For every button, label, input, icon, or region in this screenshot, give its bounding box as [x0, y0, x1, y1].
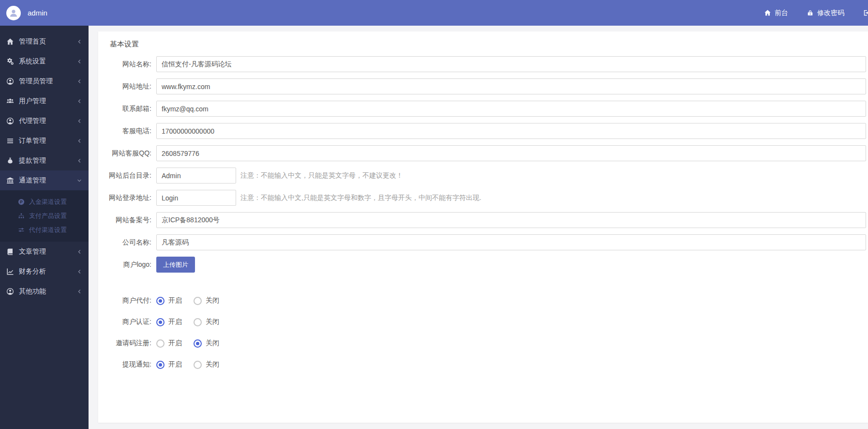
login-url-label: 网站登录地址: [98, 194, 151, 202]
sidebar-item-label: 管理员管理 [19, 77, 77, 86]
sidebar-item-agent-management[interactable]: 代理管理 [0, 111, 89, 131]
sidebar-subitem-label: 入金渠道设置 [29, 198, 67, 206]
sidebar-item-withdrawal-management[interactable]: 提款管理 [0, 151, 89, 170]
lock-icon [807, 9, 814, 16]
form-row: 商户认证: 开启 关闭 [98, 317, 868, 327]
merchant-auth-on-radio[interactable] [156, 318, 165, 326]
chevron-left-icon [77, 39, 82, 44]
page-title: 基本设置 [98, 31, 868, 49]
sidebar-item-channel-management[interactable]: 通道管理 [0, 170, 89, 190]
contact-email-label: 联系邮箱: [98, 105, 151, 113]
merchant-auth-label: 商户认证: [98, 318, 151, 326]
merchant-payout-label: 商户代付: [98, 296, 151, 305]
sidebar-item-order-management[interactable]: 订单管理 [0, 131, 89, 151]
chevron-left-icon [77, 158, 82, 163]
radio-option-label: 关闭 [206, 339, 219, 348]
site-url-label: 网站地址: [98, 82, 151, 91]
sidebar-item-user-management[interactable]: 用户管理 [0, 91, 89, 111]
frontend-link-label: 前台 [775, 9, 788, 17]
upload-image-button[interactable]: 上传图片 [156, 257, 195, 273]
service-phone-input[interactable] [156, 123, 866, 139]
change-password-link[interactable]: 修改密码 [807, 9, 844, 17]
sidebar-item-label: 通道管理 [19, 176, 77, 185]
sidebar-subitem-payout-channel[interactable]: 代付渠道设置 [0, 223, 89, 237]
admin-dir-note: 注意：不能输入中文，只能是英文字母，不建议更改！ [240, 171, 403, 180]
withdraw-notify-off-radio[interactable] [194, 361, 202, 369]
chevron-left-icon [77, 289, 82, 294]
topbar: admin 前台 修改密码 [0, 0, 868, 26]
radio-option-label: 关闭 [206, 296, 219, 305]
radio-settings: 商户代付: 开启 关闭 商户认证: 开启 关闭 [98, 296, 868, 369]
users-icon [6, 97, 14, 105]
company-name-input[interactable] [156, 234, 866, 250]
chevron-left-icon [77, 119, 82, 123]
admin-dir-input[interactable] [156, 168, 236, 184]
logout-link[interactable] [863, 9, 868, 16]
user-circle-icon [6, 77, 14, 85]
form-row: 商户代付: 开启 关闭 [98, 296, 868, 306]
invite-code-off-radio[interactable] [194, 339, 202, 348]
login-url-input[interactable] [156, 190, 236, 206]
chevron-left-icon [77, 138, 82, 143]
icp-number-input[interactable] [156, 212, 866, 228]
form-row: 网站名称: [98, 56, 868, 72]
login-url-note: 注意：不能输入中文,只能是英文字母和数字，且字母开头，中间不能有字符出现. [240, 194, 481, 202]
merchant-payout-off-radio[interactable] [194, 297, 202, 305]
chevron-left-icon [77, 79, 82, 84]
sidebar-item-label: 订单管理 [19, 137, 77, 145]
site-url-input[interactable] [156, 78, 866, 94]
service-phone-label: 客服电话: [98, 127, 151, 136]
company-name-label: 公司名称: [98, 238, 151, 247]
sidebar-item-article-management[interactable]: 文章管理 [0, 242, 89, 261]
service-qq-input[interactable] [156, 145, 866, 161]
form-row: 商户logo: 上传图片 [98, 257, 868, 273]
form-row: 网站地址: [98, 78, 868, 94]
icp-number-label: 网站备案号: [98, 216, 151, 225]
home-icon [764, 9, 771, 16]
sidebar-subitem-label: 支付产品设置 [29, 212, 67, 220]
user-circle-icon [6, 117, 14, 125]
sliders-icon [17, 226, 25, 233]
sidebar-subitem-label: 代付渠道设置 [29, 226, 67, 234]
sidebar-item-admin-home[interactable]: 管理首页 [0, 31, 89, 51]
change-password-link-label: 修改密码 [817, 9, 844, 17]
p-circle-icon: P [17, 198, 25, 205]
chevron-left-icon [77, 59, 82, 64]
sidebar-item-admin-management[interactable]: 管理员管理 [0, 71, 89, 91]
merchant-payout-on-radio[interactable] [156, 297, 165, 305]
sidebar-item-label: 其他功能 [19, 287, 77, 296]
form-row: 提现通知: 开启 关闭 [98, 360, 868, 369]
merchant-logo-label: 商户logo: [98, 260, 151, 269]
user-circle-icon [6, 287, 14, 295]
withdraw-notify-on-radio[interactable] [156, 361, 165, 369]
home-icon [6, 37, 14, 46]
avatar[interactable] [6, 6, 21, 20]
chevron-left-icon [77, 99, 82, 104]
sidebar-subitem-deposit-channel[interactable]: P 入金渠道设置 [0, 195, 89, 209]
form-row: 网站备案号: [98, 212, 868, 228]
frontend-link[interactable]: 前台 [764, 9, 788, 17]
merchant-auth-off-radio[interactable] [194, 318, 202, 326]
sidebar-item-label: 用户管理 [19, 97, 77, 106]
sidebar-item-label: 财务分析 [19, 267, 77, 276]
sidebar-item-other-functions[interactable]: 其他功能 [0, 281, 89, 301]
sidebar-subitem-payment-product[interactable]: 支付产品设置 [0, 209, 89, 223]
sitemap-icon [17, 212, 25, 219]
sidebar-item-system-settings[interactable]: 系统设置 [0, 51, 89, 71]
site-name-label: 网站名称: [98, 60, 151, 69]
money-bag-icon [6, 156, 14, 165]
invite-code-on-radio[interactable] [156, 339, 165, 348]
chevron-down-icon [77, 178, 82, 183]
sidebar-item-label: 代理管理 [19, 117, 77, 125]
sign-out-icon [863, 9, 868, 16]
chevron-left-icon [77, 269, 82, 274]
basic-settings-form: 网站名称: 网站地址: 联系邮箱: 客服电话: 网站客服QQ: 网站后台目录: [98, 56, 868, 369]
form-row: 网站后台目录: 注意：不能输入中文，只能是英文字母，不建议更改！ [98, 168, 868, 184]
radio-option-label: 开启 [168, 296, 182, 305]
radio-option-label: 关闭 [206, 360, 219, 369]
sidebar-item-financial-analysis[interactable]: 财务分析 [0, 261, 89, 281]
site-name-input[interactable] [156, 56, 866, 72]
form-row: 公司名称: [98, 234, 868, 250]
contact-email-input[interactable] [156, 101, 866, 117]
form-row: 联系邮箱: [98, 101, 868, 117]
